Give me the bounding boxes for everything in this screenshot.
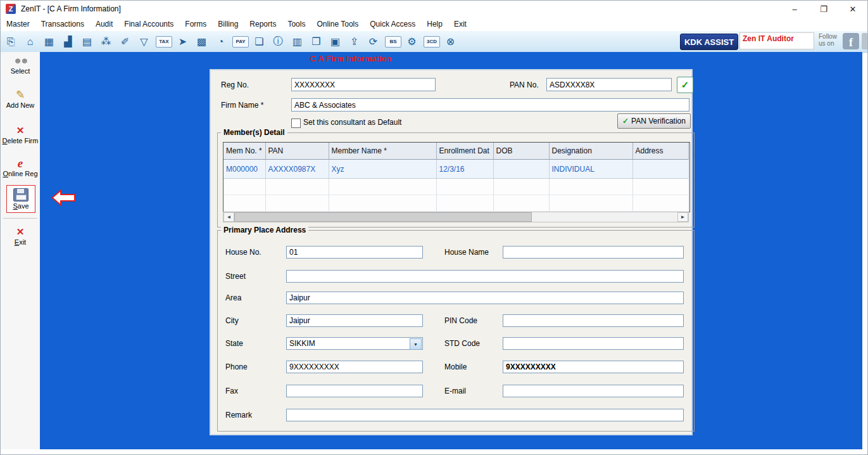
empty-row[interactable]: [223, 179, 688, 195]
sidebar-item-delete-firm[interactable]: ✕ Delete Firm: [1, 124, 40, 144]
page-title: C A Firm Information: [256, 54, 446, 63]
form-3cd-icon[interactable]: 3CD: [424, 36, 440, 48]
clients-icon[interactable]: ⁂: [97, 34, 115, 50]
sidebar-item-exit[interactable]: ✕ Exit: [1, 226, 40, 246]
firm-name-input[interactable]: [291, 98, 689, 112]
xbrl-icon[interactable]: ⚙: [403, 34, 420, 50]
area-input[interactable]: [286, 292, 684, 304]
menu-reports[interactable]: Reports: [244, 17, 282, 31]
menu-forms[interactable]: Forms: [179, 17, 212, 31]
billing-icon[interactable]: ▥: [289, 34, 306, 50]
std-code-input[interactable]: [503, 337, 684, 350]
export-icon[interactable]: ⇪: [346, 34, 363, 50]
balance-sheet-icon[interactable]: BS: [385, 36, 401, 48]
area-label: Area: [225, 293, 241, 302]
col-designation[interactable]: Designation: [549, 143, 632, 160]
default-consultant-label: Set this consultant as Default: [303, 118, 401, 127]
mobile-input[interactable]: [503, 361, 684, 373]
gauge-icon[interactable]: ◔: [212, 34, 229, 50]
chart-icon[interactable]: ▟: [60, 34, 77, 50]
app-window: Z ZenIT - [C A Firm Information] – ❐ ✕ M…: [0, 0, 868, 455]
col-member-name[interactable]: Member Name *: [329, 143, 436, 160]
close-firm-icon[interactable]: ⊗: [442, 34, 459, 50]
empty-row[interactable]: [223, 195, 688, 212]
report-icon[interactable]: ❐: [308, 34, 325, 50]
sidebar-item-add-new[interactable]: ✎ Add New: [1, 89, 40, 109]
menu-tools[interactable]: Tools: [282, 17, 311, 31]
tax-icon[interactable]: TAX: [156, 36, 172, 48]
sidebar-item-label: Exit: [15, 238, 26, 246]
street-input[interactable]: [286, 270, 684, 283]
select-firm-icon[interactable]: ⎘: [3, 34, 20, 50]
kdk-assist-button[interactable]: KDK ASSIST: [680, 34, 738, 50]
pay-tax-icon[interactable]: PAY: [232, 36, 249, 48]
menu-transactions[interactable]: Transactions: [35, 17, 90, 31]
state-dropdown[interactable]: SIKKIM ▼: [286, 337, 423, 350]
menu-help[interactable]: Help: [421, 17, 448, 31]
info-icon[interactable]: ⓘ: [270, 34, 287, 50]
close-button[interactable]: ✕: [838, 1, 867, 17]
sidebar-item-label: Online Reg: [3, 170, 37, 177]
chevron-down-icon[interactable]: ▼: [410, 338, 422, 350]
address-group-title: Primary Place Address: [221, 226, 308, 234]
pin-code-input[interactable]: [503, 314, 684, 327]
col-mem-no[interactable]: Mem No. *: [223, 143, 265, 160]
menu-quick-access[interactable]: Quick Access: [364, 17, 421, 31]
menu-audit[interactable]: Audit: [90, 17, 118, 31]
city-label: City: [225, 316, 239, 325]
floppy-disk-icon: [13, 188, 28, 202]
phone-input[interactable]: [286, 361, 423, 373]
email-input[interactable]: [503, 385, 684, 397]
sidebar-item-select[interactable]: ☻☻ Select: [1, 54, 40, 75]
check-icon: ✓: [622, 117, 629, 125]
ledger-icon[interactable]: ▦: [41, 34, 58, 50]
fax-input[interactable]: [286, 385, 423, 397]
cell-dob: [493, 160, 549, 179]
facebook-icon[interactable]: f: [843, 33, 859, 49]
minimize-button[interactable]: –: [780, 1, 809, 17]
default-consultant-checkbox[interactable]: [291, 119, 301, 128]
schedule-icon[interactable]: ▤: [79, 34, 96, 50]
scroll-right-arrow-icon[interactable]: ►: [677, 212, 688, 222]
sidebar-item-save[interactable]: Save: [6, 185, 35, 213]
remark-input[interactable]: [286, 409, 684, 421]
challan-icon[interactable]: ❏: [251, 34, 268, 50]
home-icon[interactable]: ⌂: [22, 34, 39, 50]
sidebar-item-online-reg[interactable]: e Online Reg: [1, 157, 40, 177]
col-pan[interactable]: PAN: [265, 143, 329, 160]
pan-valid-check-button[interactable]: ✓: [677, 77, 693, 93]
calendar-icon[interactable]: ▣: [327, 34, 344, 50]
col-enrollment-date[interactable]: Enrollment Dat: [436, 143, 493, 160]
scroll-left-arrow-icon[interactable]: ◄: [223, 212, 234, 222]
city-input[interactable]: [286, 314, 423, 327]
scrollbar-thumb[interactable]: [234, 212, 532, 222]
pan-verification-button[interactable]: ✓ PAN Verification: [617, 113, 691, 129]
sync-icon[interactable]: ⟳: [365, 34, 382, 50]
menu-exit[interactable]: Exit: [448, 17, 472, 31]
menu-online-tools[interactable]: Online Tools: [311, 17, 364, 31]
menu-master[interactable]: Master: [1, 17, 35, 31]
col-dob[interactable]: DOB: [493, 143, 549, 160]
filter-icon[interactable]: ▽: [135, 34, 153, 50]
social-icon-partial[interactable]: [862, 33, 868, 49]
product-badge: Zen IT Auditor: [739, 32, 814, 49]
restore-button[interactable]: ❐: [809, 1, 838, 17]
remark-label: Remark: [225, 411, 252, 420]
title-bar: Z ZenIT - [C A Firm Information] – ❐ ✕: [1, 1, 867, 18]
follow-us-label: Follow us on: [819, 33, 843, 47]
member-row[interactable]: M000000 AXXXX0987X Xyz 12/3/16 INDIVIDUA…: [223, 160, 688, 179]
menu-final-accounts[interactable]: Final Accounts: [118, 17, 179, 31]
pan-no-input[interactable]: [546, 78, 672, 91]
col-address[interactable]: Address: [632, 143, 688, 160]
computation-icon[interactable]: ▩: [193, 34, 210, 50]
house-no-input[interactable]: [286, 246, 423, 259]
fast-track-icon[interactable]: ➤: [174, 34, 191, 50]
members-table-wrap: Mem No. * PAN Member Name * Enrollment D…: [223, 142, 690, 212]
query-icon[interactable]: ✐: [116, 34, 134, 50]
sidebar-divider: [3, 218, 37, 219]
members-horizontal-scrollbar[interactable]: ◄ ►: [223, 212, 689, 222]
house-name-input[interactable]: [503, 246, 684, 259]
menu-billing[interactable]: Billing: [212, 17, 244, 31]
reg-no-input[interactable]: [291, 78, 436, 91]
app-icon: Z: [6, 4, 16, 14]
